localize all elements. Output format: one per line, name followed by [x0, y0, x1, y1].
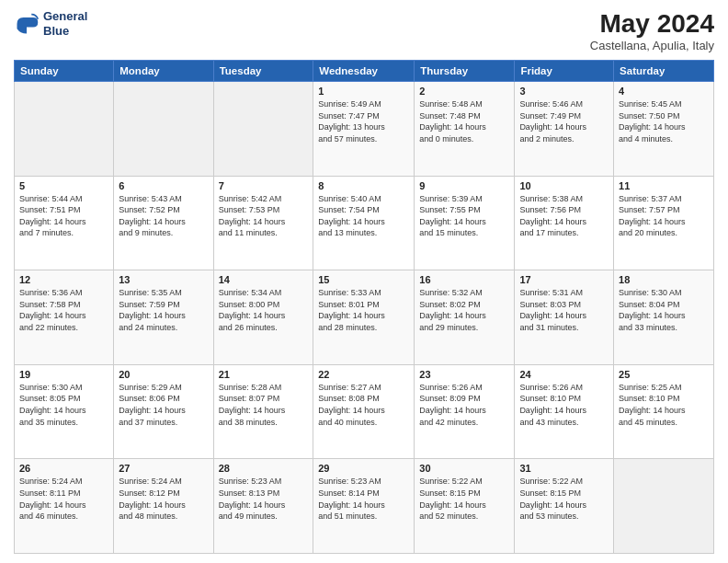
day-cell: [614, 459, 714, 554]
day-cell: 9Sunrise: 5:39 AM Sunset: 7:55 PM Daylig…: [415, 176, 515, 270]
day-cell: 23Sunrise: 5:26 AM Sunset: 8:09 PM Dayli…: [415, 364, 515, 459]
day-cell: 22Sunrise: 5:27 AM Sunset: 8:08 PM Dayli…: [313, 364, 415, 459]
day-info: Sunrise: 5:27 AM Sunset: 8:08 PM Dayligh…: [318, 382, 409, 428]
day-cell: [114, 82, 213, 177]
title-block: May 2024 Castellana, Apulia, Italy: [590, 9, 714, 52]
day-number: 31: [519, 463, 609, 474]
logo-icon: [14, 11, 40, 37]
day-cell: 31Sunrise: 5:22 AM Sunset: 8:15 PM Dayli…: [515, 459, 614, 554]
page: General Blue May 2024 Castellana, Apulia…: [0, 0, 728, 563]
day-cell: 19Sunrise: 5:30 AM Sunset: 8:05 PM Dayli…: [15, 364, 114, 459]
day-info: Sunrise: 5:39 AM Sunset: 7:55 PM Dayligh…: [419, 193, 509, 239]
day-info: Sunrise: 5:43 AM Sunset: 7:52 PM Dayligh…: [119, 193, 208, 239]
day-cell: 8Sunrise: 5:40 AM Sunset: 7:54 PM Daylig…: [313, 176, 415, 270]
day-cell: 12Sunrise: 5:36 AM Sunset: 7:58 PM Dayli…: [15, 270, 114, 365]
day-info: Sunrise: 5:26 AM Sunset: 8:10 PM Dayligh…: [519, 382, 609, 428]
calendar-body: 1Sunrise: 5:49 AM Sunset: 7:47 PM Daylig…: [15, 82, 714, 554]
week-row-3: 12Sunrise: 5:36 AM Sunset: 7:58 PM Dayli…: [15, 270, 714, 365]
day-number: 23: [419, 369, 509, 380]
day-number: 1: [318, 86, 409, 97]
weekday-friday: Friday: [515, 61, 614, 82]
day-cell: [213, 82, 313, 177]
day-info: Sunrise: 5:32 AM Sunset: 8:02 PM Dayligh…: [419, 287, 509, 333]
day-number: 25: [619, 369, 709, 380]
day-info: Sunrise: 5:33 AM Sunset: 8:01 PM Dayligh…: [318, 287, 409, 333]
day-cell: 4Sunrise: 5:45 AM Sunset: 7:50 PM Daylig…: [614, 82, 714, 177]
day-cell: 21Sunrise: 5:28 AM Sunset: 8:07 PM Dayli…: [213, 364, 313, 459]
logo-line1: General: [43, 9, 87, 24]
day-number: 20: [119, 369, 208, 380]
subtitle: Castellana, Apulia, Italy: [590, 39, 714, 52]
day-number: 8: [318, 180, 409, 191]
day-cell: 27Sunrise: 5:24 AM Sunset: 8:12 PM Dayli…: [114, 459, 213, 554]
day-info: Sunrise: 5:37 AM Sunset: 7:57 PM Dayligh…: [619, 193, 709, 239]
week-row-2: 5Sunrise: 5:44 AM Sunset: 7:51 PM Daylig…: [15, 176, 714, 270]
day-number: 15: [318, 274, 409, 285]
day-cell: 13Sunrise: 5:35 AM Sunset: 7:59 PM Dayli…: [114, 270, 213, 365]
day-number: 12: [19, 274, 108, 285]
day-cell: 26Sunrise: 5:24 AM Sunset: 8:11 PM Dayli…: [15, 459, 114, 554]
day-cell: 14Sunrise: 5:34 AM Sunset: 8:00 PM Dayli…: [213, 270, 313, 365]
logo: General Blue: [14, 9, 87, 38]
weekday-sunday: Sunday: [15, 61, 114, 82]
day-number: 29: [318, 463, 409, 474]
day-number: 7: [219, 180, 309, 191]
weekday-tuesday: Tuesday: [213, 61, 313, 82]
day-cell: 2Sunrise: 5:48 AM Sunset: 7:48 PM Daylig…: [415, 82, 515, 177]
day-number: 28: [219, 463, 309, 474]
day-cell: 28Sunrise: 5:23 AM Sunset: 8:13 PM Dayli…: [213, 459, 313, 554]
day-number: 30: [419, 463, 509, 474]
day-number: 26: [19, 463, 108, 474]
day-number: 21: [219, 369, 309, 380]
day-number: 14: [219, 274, 309, 285]
header: General Blue May 2024 Castellana, Apulia…: [14, 9, 714, 52]
day-cell: 15Sunrise: 5:33 AM Sunset: 8:01 PM Dayli…: [313, 270, 415, 365]
day-info: Sunrise: 5:34 AM Sunset: 8:00 PM Dayligh…: [219, 287, 309, 333]
day-info: Sunrise: 5:24 AM Sunset: 8:12 PM Dayligh…: [119, 476, 208, 522]
day-info: Sunrise: 5:30 AM Sunset: 8:05 PM Dayligh…: [19, 382, 108, 428]
day-info: Sunrise: 5:49 AM Sunset: 7:47 PM Dayligh…: [318, 98, 409, 144]
day-number: 16: [419, 274, 509, 285]
day-number: 5: [19, 180, 108, 191]
day-info: Sunrise: 5:30 AM Sunset: 8:04 PM Dayligh…: [619, 287, 709, 333]
weekday-wednesday: Wednesday: [313, 61, 415, 82]
calendar-header: SundayMondayTuesdayWednesdayThursdayFrid…: [15, 61, 714, 82]
weekday-saturday: Saturday: [614, 61, 714, 82]
day-cell: 24Sunrise: 5:26 AM Sunset: 8:10 PM Dayli…: [515, 364, 614, 459]
day-cell: [15, 82, 114, 177]
week-row-1: 1Sunrise: 5:49 AM Sunset: 7:47 PM Daylig…: [15, 82, 714, 177]
main-title: May 2024: [590, 9, 714, 39]
day-cell: 10Sunrise: 5:38 AM Sunset: 7:56 PM Dayli…: [515, 176, 614, 270]
day-cell: 29Sunrise: 5:23 AM Sunset: 8:14 PM Dayli…: [313, 459, 415, 554]
day-cell: 1Sunrise: 5:49 AM Sunset: 7:47 PM Daylig…: [313, 82, 415, 177]
day-number: 3: [519, 86, 609, 97]
weekday-header-row: SundayMondayTuesdayWednesdayThursdayFrid…: [15, 61, 714, 82]
day-info: Sunrise: 5:24 AM Sunset: 8:11 PM Dayligh…: [19, 476, 108, 522]
day-cell: 5Sunrise: 5:44 AM Sunset: 7:51 PM Daylig…: [15, 176, 114, 270]
day-info: Sunrise: 5:23 AM Sunset: 8:14 PM Dayligh…: [318, 476, 409, 522]
day-cell: 30Sunrise: 5:22 AM Sunset: 8:15 PM Dayli…: [415, 459, 515, 554]
day-info: Sunrise: 5:48 AM Sunset: 7:48 PM Dayligh…: [419, 98, 509, 144]
day-number: 2: [419, 86, 509, 97]
day-cell: 25Sunrise: 5:25 AM Sunset: 8:10 PM Dayli…: [614, 364, 714, 459]
day-cell: 20Sunrise: 5:29 AM Sunset: 8:06 PM Dayli…: [114, 364, 213, 459]
day-info: Sunrise: 5:22 AM Sunset: 8:15 PM Dayligh…: [419, 476, 509, 522]
day-info: Sunrise: 5:29 AM Sunset: 8:06 PM Dayligh…: [119, 382, 208, 428]
day-info: Sunrise: 5:25 AM Sunset: 8:10 PM Dayligh…: [619, 382, 709, 428]
weekday-thursday: Thursday: [415, 61, 515, 82]
day-number: 18: [619, 274, 709, 285]
day-number: 19: [19, 369, 108, 380]
day-info: Sunrise: 5:26 AM Sunset: 8:09 PM Dayligh…: [419, 382, 509, 428]
week-row-4: 19Sunrise: 5:30 AM Sunset: 8:05 PM Dayli…: [15, 364, 714, 459]
day-number: 17: [519, 274, 609, 285]
day-cell: 16Sunrise: 5:32 AM Sunset: 8:02 PM Dayli…: [415, 270, 515, 365]
weekday-monday: Monday: [114, 61, 213, 82]
day-number: 24: [519, 369, 609, 380]
day-number: 9: [419, 180, 509, 191]
logo-line2: Blue: [43, 24, 87, 39]
day-info: Sunrise: 5:35 AM Sunset: 7:59 PM Dayligh…: [119, 287, 208, 333]
day-info: Sunrise: 5:44 AM Sunset: 7:51 PM Dayligh…: [19, 193, 108, 239]
day-cell: 18Sunrise: 5:30 AM Sunset: 8:04 PM Dayli…: [614, 270, 714, 365]
day-info: Sunrise: 5:38 AM Sunset: 7:56 PM Dayligh…: [519, 193, 609, 239]
day-number: 13: [119, 274, 208, 285]
